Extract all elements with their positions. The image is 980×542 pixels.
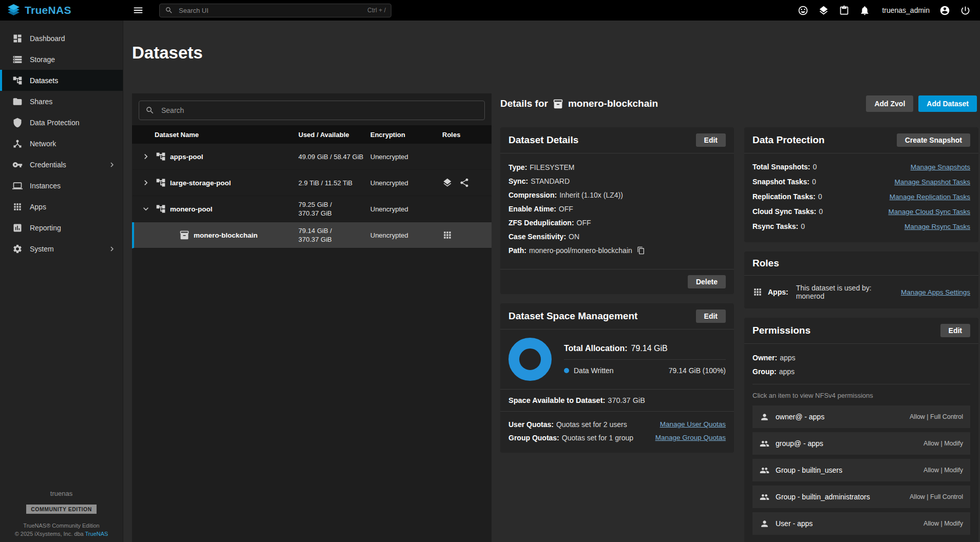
card-title: Data Protection xyxy=(752,134,824,146)
create-snapshot-button[interactable]: Create Snapshot xyxy=(897,133,970,147)
chevron-right-icon[interactable] xyxy=(140,177,152,188)
computer-icon xyxy=(12,181,23,191)
encryption-value: Unencrypted xyxy=(370,205,442,213)
bar-chart-icon xyxy=(12,223,23,233)
truecommand-stack-icon[interactable] xyxy=(818,5,829,16)
storage-icon xyxy=(12,54,23,65)
power-icon[interactable] xyxy=(960,5,971,16)
sidebar-item-apps[interactable]: Apps xyxy=(0,196,123,217)
global-search-input[interactable] xyxy=(178,6,363,15)
column-roles: Roles xyxy=(442,131,492,139)
encryption-value: Unencrypted xyxy=(370,231,442,239)
used-available-value: 79.25 GiB / 370.37 GiB xyxy=(298,200,370,218)
main-content: Datasets Dataset Name Used / Available E… xyxy=(123,21,980,542)
truenas-logo[interactable]: TrueNAS xyxy=(0,4,123,17)
user-circle-icon[interactable] xyxy=(939,5,950,16)
edit-space-button[interactable]: Edit xyxy=(696,309,726,323)
dataset-search[interactable] xyxy=(139,101,485,120)
permission-item-builtin-users[interactable]: Group - builtin_users Allow | Modify xyxy=(752,459,970,481)
space-management-card: Dataset Space Management Edit Total Allo… xyxy=(500,303,734,453)
column-used-available: Used / Available xyxy=(298,131,370,139)
manage-group-quotas-link[interactable]: Manage Group Quotas xyxy=(655,431,726,444)
sidebar-item-network[interactable]: Network xyxy=(0,133,123,154)
used-available-value: 2.9 TiB / 11.52 TiB xyxy=(298,179,370,187)
table-row-large-storage-pool[interactable]: large-storage-pool 2.9 TiB / 11.52 TiB U… xyxy=(132,170,492,196)
sidebar-item-datasets[interactable]: Datasets xyxy=(0,70,123,91)
menu-toggle-icon[interactable] xyxy=(130,3,146,18)
field-compression: Compression:Inherit (1.10x (LZ4)) xyxy=(508,188,726,202)
sidebar-item-label: Shares xyxy=(30,98,52,106)
add-zvol-button[interactable]: Add Zvol xyxy=(866,95,913,112)
gear-icon xyxy=(12,244,23,254)
sidebar-item-instances[interactable]: Instances xyxy=(0,175,123,196)
feedback-smiley-icon[interactable] xyxy=(798,5,808,16)
manage-cloud-sync-tasks-link[interactable]: Manage Cloud Sync Tasks xyxy=(888,204,970,219)
data-protection-card: Data Protection Create Snapshot Total Sn… xyxy=(744,127,978,242)
snapshot-tasks-row: Snapshot Tasks:0 Manage Snapshot Tasks xyxy=(752,175,970,189)
sidebar-item-label: Instances xyxy=(30,182,61,190)
nfsv4-note: Click an item to view NFSv4 permissions xyxy=(752,384,970,399)
manage-replication-tasks-link[interactable]: Manage Replication Tasks xyxy=(890,189,970,204)
people-icon xyxy=(760,492,769,502)
manage-snapshots-link[interactable]: Manage Snapshots xyxy=(911,160,970,175)
dataset-search-input[interactable] xyxy=(160,106,478,115)
edit-dataset-details-button[interactable]: Edit xyxy=(696,133,726,147)
sidebar-item-shares[interactable]: Shares xyxy=(0,91,123,112)
delete-dataset-button[interactable]: Delete xyxy=(688,275,726,288)
sidebar-item-reporting[interactable]: Reporting xyxy=(0,217,123,238)
roles-cell xyxy=(442,230,492,240)
sidebar-item-dashboard[interactable]: Dashboard xyxy=(0,28,123,49)
chevron-down-icon[interactable] xyxy=(140,203,152,215)
permissions-card: Permissions Edit Owner:apps Group:apps C… xyxy=(744,318,978,542)
sidebar-item-label: Credentials xyxy=(30,161,66,169)
details-pane: Details for monero-blockchain Add Zvol A… xyxy=(500,93,977,542)
user-quotas-row: User Quotas:Quotas set for 2 users Manag… xyxy=(508,418,726,431)
edit-permissions-button[interactable]: Edit xyxy=(940,324,970,337)
topbar: TrueNAS Ctrl + / truenas_admin xyxy=(0,0,980,21)
sidebar-item-label: System xyxy=(30,245,54,253)
encryption-value: Unencrypted xyxy=(370,179,442,187)
permission-item-builtin-administrators[interactable]: Group - builtin_administrators Allow | F… xyxy=(752,486,970,508)
used-available-value: 49.09 GiB / 58.47 GiB xyxy=(298,152,370,161)
jobs-clipboard-icon[interactable] xyxy=(839,5,850,16)
sidebar-item-data-protection[interactable]: Data Protection xyxy=(0,112,123,133)
table-row-apps-pool[interactable]: apps-pool 49.09 GiB / 58.47 GiB Unencryp… xyxy=(132,144,492,170)
manage-user-quotas-link[interactable]: Manage User Quotas xyxy=(660,418,726,431)
sidebar-item-label: Dashboard xyxy=(30,34,65,43)
sidebar-item-storage[interactable]: Storage xyxy=(0,49,123,70)
manage-apps-settings-link[interactable]: Manage Apps Settings xyxy=(901,288,970,296)
card-title: Dataset Details xyxy=(508,134,578,146)
table-row-monero-blockchain[interactable]: monero-blockchain 79.14 GiB / 370.37 GiB… xyxy=(132,222,492,248)
chevron-right-icon xyxy=(107,160,117,169)
sidebar-item-credentials[interactable]: Credentials xyxy=(0,154,123,175)
legend-dot xyxy=(564,368,569,373)
table-row-monero-pool[interactable]: monero-pool 79.25 GiB / 370.37 GiB Unenc… xyxy=(132,196,492,222)
field-enable-atime: Enable Atime:OFF xyxy=(508,202,726,216)
add-dataset-button[interactable]: Add Dataset xyxy=(918,95,977,112)
dataset-name: large-storage-pool xyxy=(170,179,231,187)
permission-item-group-at[interactable]: group@ - apps Allow | Modify xyxy=(752,432,970,455)
manage-rsync-tasks-link[interactable]: Manage Rsync Tasks xyxy=(904,219,970,234)
field-case-sensitivity: Case Sensitivity:ON xyxy=(508,230,726,244)
chevron-right-icon xyxy=(107,244,117,254)
used-available-value: 79.14 GiB / 370.37 GiB xyxy=(298,226,370,244)
field-type: Type:FILESYSTEM xyxy=(508,161,726,175)
person-icon xyxy=(760,519,769,529)
manage-snapshot-tasks-link[interactable]: Manage Snapshot Tasks xyxy=(894,175,970,189)
global-search[interactable]: Ctrl + / xyxy=(159,4,391,17)
permission-item-user-apps[interactable]: User - apps Allow | Modify xyxy=(752,512,970,535)
edition-text: TrueNAS® Community Edition xyxy=(0,522,123,529)
copyright-brand-link[interactable]: TrueNAS xyxy=(85,531,108,537)
copy-path-icon[interactable] xyxy=(637,246,645,255)
legend-data-written: Data Written 79.14 GiB (100%) xyxy=(564,366,726,375)
hostname: truenas xyxy=(0,490,123,497)
permission-item-owner[interactable]: owner@ - apps Allow | Full Control xyxy=(752,405,970,428)
dataset-details-card: Dataset Details Edit Type:FILESYSTEM Syn… xyxy=(500,127,734,294)
logged-in-username[interactable]: truenas_admin xyxy=(882,6,930,14)
alerts-bell-icon[interactable] xyxy=(859,5,870,16)
search-icon xyxy=(145,106,155,115)
sidebar-item-system[interactable]: System xyxy=(0,238,123,259)
space-donut-chart xyxy=(508,338,552,381)
chevron-right-icon[interactable] xyxy=(140,151,152,162)
shield-icon xyxy=(12,118,23,128)
